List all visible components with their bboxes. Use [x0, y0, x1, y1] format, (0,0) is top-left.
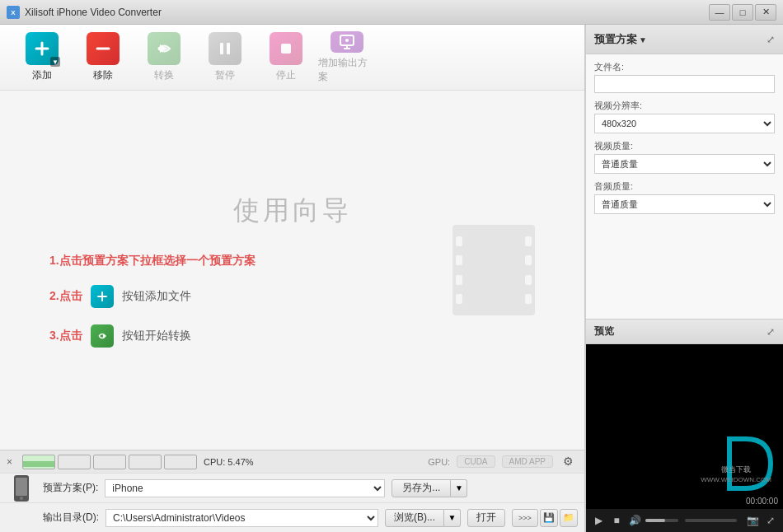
preview-controls: ▶ ■ 🔊 📷 ⤢	[586, 509, 783, 532]
toolbar: ▼ 添加 移除	[0, 25, 584, 91]
phone-icon	[7, 474, 36, 503]
svg-point-17	[20, 497, 23, 500]
convert-icon	[148, 32, 181, 65]
video-quality-label: 视频质量:	[594, 140, 775, 152]
step3-prefix: 3.点击	[49, 329, 82, 343]
output-label: 增加输出方案	[318, 56, 376, 84]
gpu-label: GPU:	[428, 457, 450, 467]
output-button[interactable]: 增加输出方案	[318, 31, 376, 84]
maximize-button[interactable]: □	[732, 4, 753, 21]
cpu-graph-4	[129, 455, 162, 469]
folder-icon-button[interactable]: 📁	[560, 509, 578, 527]
save-as-dropdown-button[interactable]: ▼	[451, 479, 467, 497]
audio-quality-select[interactable]: 普通质量 高质量 低质量	[594, 194, 775, 214]
browse-button[interactable]: 浏览(B)...	[385, 509, 444, 527]
left-panel: ▼ 添加 移除	[0, 25, 585, 532]
resolution-group: 视频分辨率: 480x320 640x480 1280x720 1920x108…	[594, 100, 775, 133]
cuda-button[interactable]: CUDA	[457, 455, 495, 468]
svg-rect-16	[16, 478, 27, 496]
cpu-close-icon[interactable]: ×	[7, 456, 12, 468]
watermark-site: 微当下载	[701, 464, 771, 475]
step3-suffix: 按钮开始转换	[122, 329, 191, 343]
step2-prefix: 2.点击	[49, 289, 82, 304]
snapshot-button[interactable]: 📷	[745, 513, 760, 528]
cpu-graphs	[22, 455, 197, 469]
save-icon-button[interactable]: 💾	[540, 509, 558, 527]
svg-rect-6	[227, 43, 230, 54]
preview-expand-icon[interactable]: ⤢	[767, 326, 775, 338]
fullscreen-button[interactable]: ⤢	[763, 513, 778, 528]
video-quality-group: 视频质量: 普通质量 高质量 低质量	[594, 140, 775, 174]
video-quality-select[interactable]: 普通质量 高质量 低质量	[594, 154, 775, 174]
preset-label: 预置方案(P):	[43, 481, 98, 495]
watermark-url: WWW.WEIDOWN.COM	[701, 475, 771, 484]
svg-point-11	[345, 39, 349, 42]
output-path-select[interactable]: C:\Users\Administrator\Videos	[105, 509, 378, 527]
resolution-label: 视频分辨率:	[594, 100, 775, 112]
play-button[interactable]: ▶	[591, 513, 606, 528]
preview-time: 00:00:00	[746, 497, 778, 506]
cpu-graph-1	[22, 455, 55, 469]
remove-label: 移除	[93, 68, 113, 82]
guide-steps: 1.点击预置方案下拉框选择一个预置方案 2.点击 按钮添加文件 3.点击	[49, 254, 256, 348]
close-button[interactable]: ✕	[755, 4, 776, 21]
browse-dropdown-button[interactable]: ▼	[444, 509, 461, 527]
resolution-select[interactable]: 480x320 640x480 1280x720 1920x1080	[594, 114, 775, 133]
remove-button[interactable]: 移除	[74, 31, 132, 84]
expand-icon[interactable]: ⤢	[767, 34, 775, 45]
settings-gear-icon[interactable]: ⚙	[563, 455, 578, 469]
volume-icon[interactable]: 🔊	[627, 513, 642, 528]
window-controls: — □ ✕	[709, 4, 776, 21]
volume-slider[interactable]	[645, 519, 678, 522]
add-icon: ▼	[26, 32, 59, 65]
step2-add-icon	[91, 285, 114, 308]
svg-rect-5	[220, 43, 223, 54]
cpu-graph-2	[58, 455, 91, 469]
minimize-button[interactable]: —	[709, 4, 730, 21]
app-title: Xilisoft iPhone Video Converter	[25, 7, 709, 18]
step2-suffix: 按钮添加文件	[122, 289, 191, 304]
cpu-graph-5	[164, 455, 197, 469]
preview-title: 预览	[594, 324, 614, 338]
convert-button[interactable]: 转换	[135, 31, 193, 84]
title-bar: X Xilisoft iPhone Video Converter — □ ✕	[0, 0, 783, 25]
add-dropdown-arrow[interactable]: ▼	[50, 57, 60, 67]
pause-icon	[209, 32, 241, 65]
preview-header: 预览 ⤢	[586, 320, 783, 344]
arrow-icon-button[interactable]: >>>	[512, 509, 538, 527]
preview-section: 预览 ⤢ 微当下载 WWW.WEIDOWN.COM 00:00:00	[586, 319, 783, 532]
app-icon: X	[7, 6, 20, 19]
preview-area: 微当下载 WWW.WEIDOWN.COM 00:00:00	[586, 344, 783, 509]
main-container: ▼ 添加 移除	[0, 25, 783, 532]
save-as-group: 另存为... ▼	[392, 479, 467, 497]
open-button[interactable]: 打开	[467, 509, 505, 527]
guide-step-2: 2.点击 按钮添加文件	[49, 285, 256, 308]
browse-group: 浏览(B)... ▼	[385, 509, 461, 527]
stop-button[interactable]: 停止	[257, 31, 315, 84]
add-button[interactable]: ▼ 添加	[13, 31, 71, 84]
filename-label: 文件名:	[594, 61, 775, 73]
filename-input[interactable]	[594, 75, 775, 93]
add-label: 添加	[32, 68, 52, 82]
content-area: 使用向导 1.点击预置方案下拉框选择一个预置方案 2.点击 按钮添加文件	[0, 91, 584, 450]
pause-button[interactable]: 暂停	[196, 31, 254, 84]
settings-form: 文件名: 视频分辨率: 480x320 640x480 1280x720 192…	[586, 54, 783, 319]
save-as-button[interactable]: 另存为...	[392, 479, 451, 497]
icon-group: >>> 💾 📁	[512, 509, 578, 527]
progress-slider[interactable]	[685, 519, 737, 522]
remove-icon	[87, 32, 120, 65]
stop-label: 停止	[276, 68, 296, 82]
stop-preview-button[interactable]: ■	[609, 513, 624, 528]
right-panel: 预置方案▼ ⤢ 文件名: 视频分辨率: 480x320 640x480 1280…	[585, 25, 783, 532]
guide-step-1: 1.点击预置方案下拉框选择一个预置方案	[49, 254, 256, 268]
guide-step-3: 3.点击 按钮开始转换	[49, 324, 256, 348]
filename-group: 文件名:	[594, 61, 775, 93]
svg-text:X: X	[11, 9, 16, 16]
output-icon	[331, 31, 363, 53]
svg-rect-7	[281, 44, 291, 54]
convert-label: 转换	[154, 68, 174, 82]
amd-button[interactable]: AMD APP	[502, 455, 553, 468]
preset-select[interactable]: iPhone	[105, 479, 385, 497]
preset-panel-title: 预置方案▼	[594, 32, 647, 47]
output-label: 输出目录(D):	[43, 511, 99, 525]
